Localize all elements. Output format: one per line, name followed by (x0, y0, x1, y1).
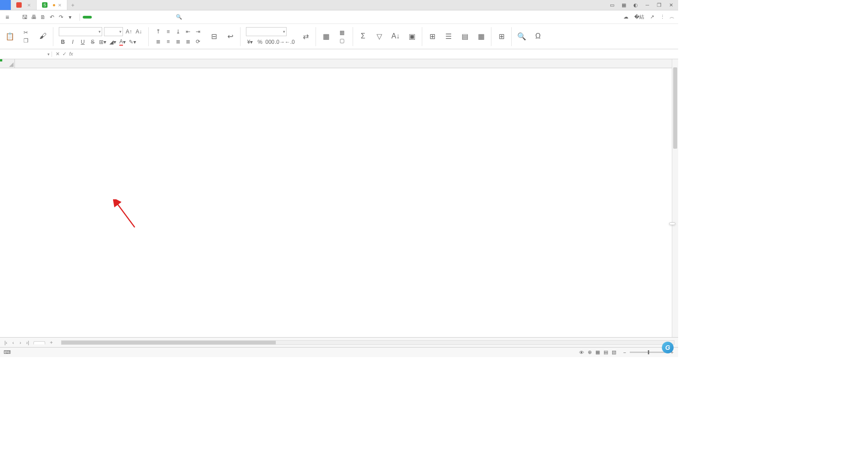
hamburger-icon[interactable]: ≡ (4, 14, 11, 21)
cells-area[interactable] (15, 68, 672, 337)
type-convert-button[interactable]: ⇄ (301, 32, 310, 41)
maximize-button[interactable]: ❐ (656, 2, 663, 8)
indent-inc-icon[interactable]: ⇥ (194, 28, 202, 36)
vertical-scrollbar[interactable] (672, 59, 678, 337)
hscroll-thumb[interactable] (61, 341, 276, 344)
spreadsheet-grid[interactable] (0, 59, 678, 337)
align-middle-icon[interactable]: ≡ (164, 28, 172, 36)
tab-template[interactable]: ✕ (11, 0, 37, 10)
rowcol-button[interactable]: ☰ (444, 32, 453, 41)
menu-formula[interactable] (113, 16, 122, 19)
wrap-text-button[interactable]: ↩ (226, 32, 235, 41)
increase-font-icon[interactable]: A↑ (125, 28, 133, 36)
merge-center-button[interactable]: ⊟ (209, 32, 218, 41)
highlight-button[interactable]: ✎▾ (128, 38, 137, 46)
copy-button[interactable]: ❐ (22, 37, 31, 44)
filter-button[interactable]: ▽ (375, 32, 384, 41)
close-icon[interactable]: ✕ (58, 3, 61, 8)
name-box-input[interactable] (3, 52, 39, 57)
comma-icon[interactable]: 000 (266, 38, 274, 46)
save-icon[interactable]: 🖫 (22, 14, 28, 20)
sum-button[interactable]: Σ (359, 32, 368, 41)
collapse-ribbon-icon[interactable]: ︿ (670, 14, 675, 20)
view-normal-icon[interactable]: ▦ (595, 349, 600, 355)
zoom-out-button[interactable]: − (623, 350, 626, 355)
font-name-select[interactable] (59, 27, 102, 36)
italic-button[interactable]: I (69, 38, 77, 46)
currency-icon[interactable]: ¥▾ (246, 38, 254, 46)
vscroll-thumb[interactable] (673, 67, 677, 149)
bold-button[interactable]: B (59, 38, 67, 46)
cancel-formula-icon[interactable]: ✕ (56, 51, 60, 57)
name-box[interactable] (0, 52, 52, 57)
preview-icon[interactable]: 🗎 (40, 14, 46, 20)
select-all-corner[interactable] (0, 59, 15, 68)
underline-button[interactable]: U (79, 38, 87, 46)
view-break-icon[interactable]: ▧ (612, 349, 616, 355)
close-icon[interactable]: ✕ (27, 3, 31, 8)
layout-icon[interactable]: ⊕ (588, 349, 592, 355)
close-button[interactable]: ✕ (667, 2, 675, 8)
border-button[interactable]: ⊞▾ (99, 38, 107, 46)
fill-color-button[interactable]: ◢▾ (108, 38, 117, 46)
indent-dec-icon[interactable]: ⇤ (184, 28, 192, 36)
fx-icon[interactable]: fx (69, 51, 73, 57)
tab-workbook[interactable]: S ✕ (37, 0, 67, 10)
print-icon[interactable]: 🖶 (31, 14, 37, 20)
align-bottom-icon[interactable]: ⤓ (174, 28, 182, 36)
cell-button[interactable]: ⊞ (428, 32, 437, 41)
sheet-next-icon[interactable]: › (17, 340, 24, 345)
cloud-status[interactable]: ☁ (623, 14, 630, 20)
dropdown-icon[interactable]: ▾ (67, 14, 73, 20)
align-right-icon[interactable]: ≣ (174, 38, 182, 46)
menu-view[interactable] (142, 16, 151, 19)
menu-dev[interactable] (152, 16, 161, 19)
command-search[interactable]: 🔍 (176, 14, 234, 20)
symbol-button[interactable]: Ω (533, 32, 542, 41)
tab-home[interactable] (0, 0, 11, 10)
view-page-icon[interactable]: ▤ (604, 349, 608, 355)
cell-style-button[interactable]: ▢ (338, 37, 347, 44)
sort-button[interactable]: A↓ (391, 32, 400, 41)
more-icon[interactable]: ⋮ (660, 14, 665, 20)
align-left-icon[interactable]: ≣ (154, 38, 162, 46)
add-tab-button[interactable]: ＋ (67, 0, 78, 10)
minimize-button[interactable]: ─ (644, 2, 651, 8)
accept-formula-icon[interactable]: ✓ (62, 51, 66, 57)
menu-insert[interactable] (93, 16, 102, 19)
worksheet-button[interactable]: ▤ (460, 32, 469, 41)
menu-data[interactable] (123, 16, 132, 19)
layout2-icon[interactable]: ▦ (620, 2, 627, 8)
zoom-slider[interactable] (630, 352, 666, 353)
undo-icon[interactable]: ↶ (49, 14, 55, 20)
collab-button[interactable]: �結 (634, 14, 646, 20)
number-format-select[interactable] (246, 27, 287, 36)
font-size-select[interactable] (104, 27, 123, 36)
layout1-icon[interactable]: ▭ (609, 2, 616, 8)
font-color-button[interactable]: A▾ (118, 38, 127, 46)
horizontal-scrollbar[interactable] (61, 340, 675, 345)
user-icon[interactable]: ◐ (632, 2, 639, 8)
align-top-icon[interactable]: ⤒ (154, 28, 162, 36)
justify-icon[interactable]: ≣ (184, 38, 192, 46)
percent-icon[interactable]: % (256, 38, 264, 46)
column-headers[interactable] (15, 59, 672, 68)
cond-format-button[interactable]: ▦ (321, 32, 330, 41)
align-center-icon[interactable]: ≡ (164, 38, 172, 46)
menu-layout[interactable] (103, 16, 112, 19)
dec-dec-icon[interactable]: ←.0 (286, 38, 294, 46)
strike-button[interactable]: S (89, 38, 97, 46)
sheet-prev-icon[interactable]: ‹ (10, 340, 16, 345)
menu-start[interactable] (83, 16, 92, 19)
table-tools-button[interactable]: ⊞ (497, 32, 506, 41)
paste-button[interactable]: 📋 (5, 32, 14, 41)
format-painter-button[interactable]: 🖌 (38, 32, 47, 41)
add-sheet-button[interactable]: ＋ (45, 339, 57, 346)
freeze-button[interactable]: ▦ (476, 32, 486, 41)
search-input[interactable] (184, 14, 234, 20)
input-mode-icon[interactable]: ⌨ (4, 349, 11, 355)
dec-inc-icon[interactable]: .0→ (276, 38, 284, 46)
find-button[interactable]: 🔍 (517, 32, 526, 41)
menu-member[interactable] (162, 16, 171, 19)
cut-button[interactable]: ✂ (22, 29, 31, 36)
